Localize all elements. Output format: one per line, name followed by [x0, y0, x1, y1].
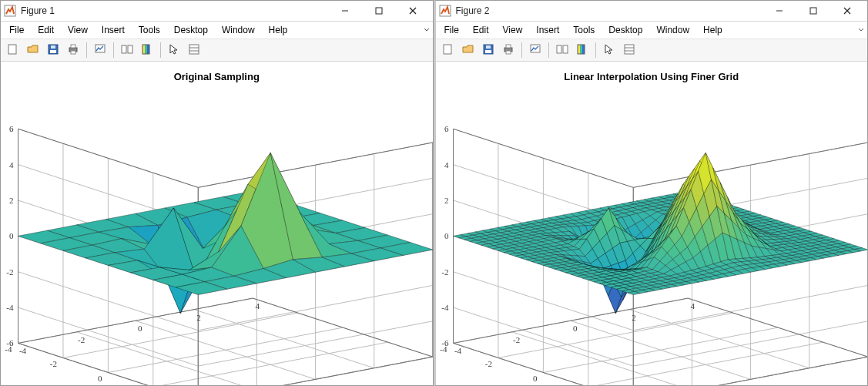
svg-rect-41 — [625, 45, 634, 54]
link-button[interactable] — [118, 41, 136, 59]
menu-edit[interactable]: Edit — [31, 23, 61, 37]
menu-bar: FileEditViewInsertToolsDesktopWindowHelp — [436, 22, 868, 39]
colorbar-icon — [141, 43, 153, 58]
svg-rect-11 — [71, 51, 75, 54]
surface-canvas — [1, 62, 433, 385]
menu-help[interactable]: Help — [262, 23, 295, 37]
matlab-app-icon — [439, 5, 451, 17]
save-button[interactable] — [479, 41, 498, 59]
new-figure-icon — [7, 43, 19, 58]
data-cursor-icon — [94, 43, 106, 58]
minimize-button[interactable] — [762, 1, 796, 21]
close-button[interactable] — [830, 1, 864, 21]
link-icon — [121, 43, 133, 58]
menu-insert[interactable]: Insert — [95, 23, 132, 37]
svg-rect-2 — [376, 8, 382, 14]
new-figure-icon — [442, 43, 454, 58]
toolbar-separator — [548, 42, 549, 58]
title-bar[interactable]: Figure 1 — [1, 1, 433, 22]
open-icon — [27, 43, 39, 58]
save-button[interactable] — [44, 41, 62, 59]
svg-rect-12 — [96, 45, 105, 52]
menu-tools[interactable]: Tools — [132, 23, 167, 37]
new-figure-button[interactable] — [439, 41, 457, 59]
link-icon — [556, 43, 568, 58]
data-cursor-icon — [529, 43, 541, 58]
colorbar-icon — [576, 43, 588, 58]
menu-file[interactable]: File — [2, 23, 31, 37]
menu-window[interactable]: Window — [215, 23, 262, 37]
svg-rect-38 — [580, 45, 582, 54]
cursor-icon — [603, 43, 615, 58]
menu-help[interactable]: Help — [696, 23, 729, 37]
property-inspector-icon — [188, 43, 200, 58]
svg-rect-14 — [128, 45, 132, 53]
tool-bar — [436, 39, 868, 62]
svg-rect-30 — [486, 45, 491, 49]
data-cursor-button[interactable] — [526, 41, 545, 59]
toolbar-separator — [113, 42, 114, 58]
figure-window-1: Figure 1 FileEditViewInsertToolsDesktopW… — [0, 0, 434, 386]
svg-rect-33 — [506, 51, 511, 54]
link-button[interactable] — [553, 41, 571, 59]
toolbar-separator — [595, 42, 596, 58]
window-controls — [762, 1, 864, 21]
svg-rect-35 — [557, 45, 561, 53]
minimize-button[interactable] — [328, 1, 362, 21]
surface-canvas — [436, 62, 868, 385]
menu-view[interactable]: View — [61, 23, 95, 37]
axes-3d[interactable]: Original Sampling — [1, 62, 433, 385]
svg-rect-16 — [145, 45, 147, 54]
property-inspector-button[interactable] — [620, 41, 638, 59]
toolbar-toggle-icon[interactable] — [424, 25, 430, 35]
print-icon — [67, 43, 79, 58]
open-icon — [462, 43, 474, 58]
svg-rect-32 — [506, 45, 511, 48]
title-bar[interactable]: Figure 2 — [436, 1, 868, 22]
svg-rect-34 — [531, 45, 540, 52]
save-icon — [482, 43, 494, 58]
print-button[interactable] — [499, 41, 518, 59]
property-inspector-icon — [623, 43, 635, 58]
svg-rect-36 — [563, 45, 568, 53]
menu-window[interactable]: Window — [649, 23, 696, 37]
svg-rect-10 — [71, 45, 75, 48]
window-title: Figure 1 — [21, 5, 328, 16]
toolbar-separator — [160, 42, 161, 58]
maximize-button[interactable] — [362, 1, 396, 21]
property-inspector-button[interactable] — [185, 41, 203, 59]
menu-desktop[interactable]: Desktop — [167, 23, 215, 37]
new-figure-button[interactable] — [4, 41, 22, 59]
toolbar-toggle-icon[interactable] — [858, 25, 864, 35]
menu-desktop[interactable]: Desktop — [602, 23, 649, 37]
cursor-button[interactable] — [165, 41, 183, 59]
cursor-icon — [168, 43, 180, 58]
svg-rect-19 — [189, 45, 199, 54]
window-controls — [328, 1, 430, 21]
axes-3d[interactable]: Linear Interpolation Using Finer Grid — [436, 62, 868, 385]
toolbar-separator — [86, 42, 87, 58]
print-button[interactable] — [64, 41, 82, 59]
menu-tools[interactable]: Tools — [566, 23, 602, 37]
menu-view[interactable]: View — [496, 23, 530, 37]
matlab-app-icon — [4, 5, 16, 17]
colorbar-button[interactable] — [138, 41, 156, 59]
svg-rect-7 — [50, 50, 56, 53]
menu-insert[interactable]: Insert — [529, 23, 566, 37]
data-cursor-button[interactable] — [91, 41, 109, 59]
print-icon — [502, 43, 514, 58]
close-button[interactable] — [396, 1, 430, 21]
open-button[interactable] — [459, 41, 478, 59]
maximize-button[interactable] — [796, 1, 830, 21]
figure-window-2: Figure 2 FileEditViewInsertToolsDesktopW… — [434, 0, 869, 386]
open-button[interactable] — [24, 41, 42, 59]
cursor-button[interactable] — [600, 41, 618, 59]
svg-rect-13 — [122, 45, 126, 53]
svg-rect-24 — [810, 8, 816, 14]
colorbar-button[interactable] — [573, 41, 592, 59]
svg-rect-8 — [51, 45, 55, 49]
menu-file[interactable]: File — [437, 23, 466, 37]
tool-bar — [1, 39, 433, 62]
menu-edit[interactable]: Edit — [466, 23, 496, 37]
menu-bar: FileEditViewInsertToolsDesktopWindowHelp — [1, 22, 433, 39]
